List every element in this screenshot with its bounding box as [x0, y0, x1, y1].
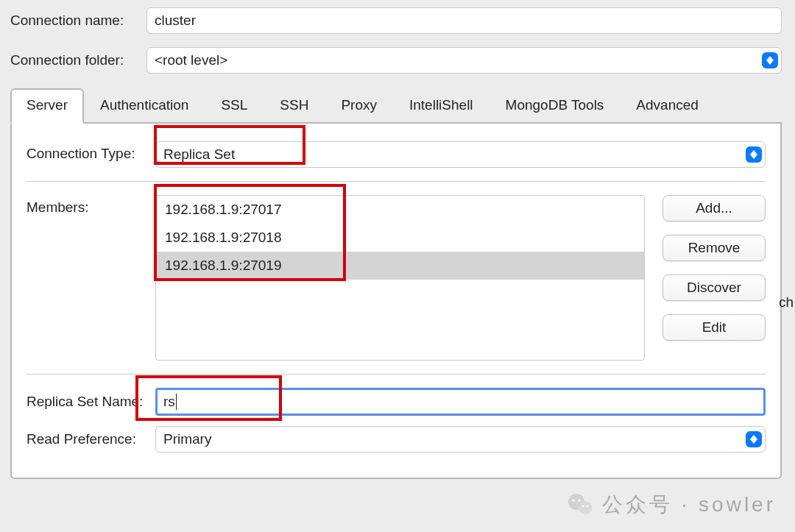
list-item[interactable]: 192.168.1.9:27018: [156, 224, 644, 252]
add-button[interactable]: Add...: [662, 195, 766, 221]
list-item[interactable]: 192.168.1.9:27019: [156, 252, 644, 280]
updown-icon: [762, 52, 778, 68]
watermark: 公众号 · sowler: [567, 491, 776, 519]
tab-proxy[interactable]: Proxy: [325, 88, 393, 124]
edit-button[interactable]: Edit: [662, 314, 766, 341]
members-list[interactable]: 192.168.1.9:27017 192.168.1.9:27018 192.…: [155, 195, 645, 361]
connection-folder-label: Connection folder:: [10, 52, 146, 68]
connection-name-input[interactable]: [146, 7, 782, 34]
svg-point-0: [568, 494, 584, 510]
connection-type-label: Connection Type:: [26, 141, 155, 162]
connection-type-select[interactable]: Replica Set: [155, 141, 766, 168]
svg-point-5: [586, 506, 588, 508]
window-right-edge: [782, 0, 795, 532]
remove-button[interactable]: Remove: [662, 235, 766, 261]
connection-type-value: Replica Set: [163, 146, 757, 163]
connection-folder-select[interactable]: <root level>: [146, 47, 782, 74]
server-tab-panel: Connection Type: Replica Set Members: 19…: [10, 124, 782, 479]
read-preference-select[interactable]: Primary: [155, 426, 766, 453]
watermark-text: 公众号 · sowler: [602, 491, 776, 519]
updown-icon: [746, 431, 762, 447]
tab-mongodb-tools[interactable]: MongoDB Tools: [490, 88, 621, 124]
connection-folder-value: <root level>: [155, 52, 774, 68]
svg-point-2: [572, 499, 575, 502]
tab-bar: Server Authentication SSL SSH Proxy Inte…: [10, 87, 782, 124]
updown-icon: [746, 146, 762, 163]
svg-point-3: [578, 499, 581, 502]
replica-set-name-input[interactable]: rs: [155, 388, 766, 416]
tab-server[interactable]: Server: [10, 88, 84, 124]
tab-ssl[interactable]: SSL: [205, 88, 264, 124]
list-item[interactable]: 192.168.1.9:27017: [156, 196, 644, 224]
connection-name-label: Connection name:: [10, 13, 146, 29]
discover-button[interactable]: Discover: [662, 274, 766, 301]
members-label: Members:: [26, 195, 155, 216]
tab-authentication[interactable]: Authentication: [84, 88, 205, 124]
replica-set-name-value: rs: [163, 394, 175, 410]
tab-intellishell[interactable]: IntelliShell: [393, 88, 490, 124]
read-preference-label: Read Preference:: [26, 431, 155, 447]
replica-set-name-label: Replica Set Name:: [26, 394, 155, 410]
tab-advanced[interactable]: Advanced: [620, 88, 715, 124]
svg-point-1: [579, 501, 592, 514]
wechat-icon: [567, 492, 593, 518]
text-caret: [176, 394, 177, 410]
cropped-text: ch: [779, 294, 794, 311]
svg-point-4: [582, 506, 584, 508]
read-preference-value: Primary: [163, 431, 757, 447]
tab-ssh[interactable]: SSH: [264, 88, 325, 124]
